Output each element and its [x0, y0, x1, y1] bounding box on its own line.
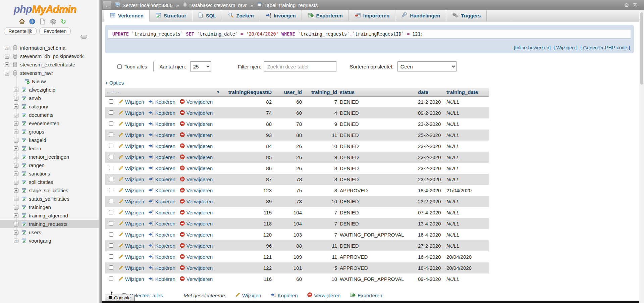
- copy-row-link[interactable]: Kopiëren: [149, 221, 175, 227]
- edit-row-link[interactable]: Wijzigen: [118, 221, 144, 227]
- edit-row-link[interactable]: Wijzigen: [118, 243, 144, 249]
- tree-expander-icon[interactable]: +: [14, 146, 18, 151]
- edit-link[interactable]: [ Wijzigen ]: [554, 45, 578, 50]
- tree-item-stage-sollicitaties[interactable]: +stage_sollicitaties: [0, 186, 99, 195]
- edit-row-link[interactable]: Wijzigen: [118, 154, 144, 160]
- delete-row-link[interactable]: Verwijderen: [180, 265, 213, 271]
- select-all-link[interactable]: Selecteer alles: [130, 293, 163, 298]
- copy-row-link[interactable]: Kopiëren: [149, 188, 175, 194]
- tab-handelingen[interactable]: Handelingen: [395, 10, 446, 21]
- favorite-tables-button[interactable]: Favorieten: [39, 28, 71, 35]
- row-checkbox[interactable]: [109, 177, 113, 181]
- edit-row-link[interactable]: Wijzigen: [118, 143, 144, 149]
- tab-exporteren[interactable]: Exporteren: [302, 10, 349, 21]
- tree-expander-icon[interactable]: +: [14, 188, 18, 193]
- column-header-user_id[interactable]: user_id: [273, 88, 303, 96]
- edit-row-link[interactable]: Wijzigen: [118, 110, 144, 116]
- column-header-status[interactable]: status: [338, 88, 417, 96]
- edit-row-link[interactable]: Wijzigen: [118, 265, 144, 271]
- column-header-training_date[interactable]: training_date: [445, 88, 489, 96]
- tree-item-trainingen[interactable]: +trainingen: [0, 203, 99, 211]
- tree-expander-icon[interactable]: +: [14, 155, 18, 159]
- row-checkbox[interactable]: [109, 199, 113, 203]
- tree-item-training-afgerond[interactable]: +training_afgerond: [0, 211, 99, 220]
- delete-row-link[interactable]: Verwijderen: [180, 199, 213, 205]
- tree-item-documents[interactable]: +documents: [0, 111, 99, 119]
- copy-row-link[interactable]: Kopiëren: [149, 110, 175, 116]
- tree-item-information-schema[interactable]: +information_schema: [0, 44, 99, 52]
- delete-row-link[interactable]: Verwijderen: [180, 276, 213, 282]
- tab-verkennen[interactable]: Verkennen: [104, 10, 150, 21]
- tree-expander-icon[interactable]: +: [14, 180, 18, 185]
- tree-expander-icon[interactable]: +: [14, 205, 18, 210]
- delete-row-link[interactable]: Verwijderen: [180, 221, 213, 227]
- row-checkbox[interactable]: [109, 155, 113, 159]
- tree-item-evenementen[interactable]: +evenementen: [0, 119, 99, 128]
- delete-row-link[interactable]: Verwijderen: [180, 143, 213, 149]
- page-scrollbar[interactable]: [639, 10, 644, 303]
- tree-expander-icon[interactable]: +: [14, 163, 18, 168]
- delete-row-link[interactable]: Verwijderen: [180, 132, 213, 138]
- edit-row-link[interactable]: Wijzigen: [118, 276, 144, 282]
- delete-row-link[interactable]: Verwijderen: [180, 99, 213, 105]
- create-php-code-link[interactable]: [ Genereer PHP-code ]: [581, 45, 630, 50]
- settings-gear-icon[interactable]: [50, 18, 56, 25]
- row-checkbox[interactable]: [109, 166, 113, 170]
- tree-expander-icon[interactable]: +: [14, 96, 18, 101]
- show-all-checkbox[interactable]: [117, 64, 122, 69]
- row-checkbox[interactable]: [109, 265, 113, 270]
- copy-row-link[interactable]: Kopiëren: [149, 154, 175, 160]
- tree-expander-icon[interactable]: +: [14, 121, 18, 126]
- copy-row-link[interactable]: Kopiëren: [149, 143, 175, 149]
- row-checkbox[interactable]: [109, 232, 113, 237]
- edit-row-link[interactable]: Wijzigen: [118, 188, 144, 194]
- breadcrumb-table-link[interactable]: Tabel: training_requests: [264, 2, 318, 8]
- tab-triggers[interactable]: Triggers: [446, 10, 487, 21]
- bulk-exporteren-link[interactable]: Exporteren: [350, 292, 382, 298]
- copy-row-link[interactable]: Kopiëren: [149, 232, 175, 238]
- sort-caret-icon[interactable]: ▼: [216, 90, 221, 94]
- tree-expander-icon[interactable]: -: [5, 71, 9, 75]
- edit-row-link[interactable]: Wijzigen: [118, 210, 144, 216]
- edit-row-link[interactable]: Wijzigen: [118, 176, 144, 183]
- delete-row-link[interactable]: Verwijderen: [180, 176, 213, 183]
- tree-expander-icon[interactable]: +: [14, 213, 18, 218]
- help-icon[interactable]: ?: [29, 18, 36, 25]
- refresh-icon[interactable]: ↻: [60, 18, 67, 25]
- row-checkbox[interactable]: [109, 121, 113, 126]
- delete-row-link[interactable]: Verwijderen: [180, 232, 213, 238]
- copy-row-link[interactable]: Kopiëren: [149, 254, 175, 260]
- tab-structuur[interactable]: Structuur: [150, 10, 193, 21]
- nav-panel-toggle[interactable]: [80, 35, 87, 39]
- copy-row-link[interactable]: Kopiëren: [149, 99, 175, 105]
- tree-expander-icon[interactable]: +: [14, 130, 18, 134]
- copy-row-link[interactable]: Kopiëren: [149, 121, 175, 127]
- row-checkbox[interactable]: [109, 110, 113, 115]
- tab-zoeken[interactable]: Zoeken: [222, 10, 260, 21]
- row-checkbox[interactable]: [109, 210, 113, 214]
- edit-row-link[interactable]: Wijzigen: [118, 232, 144, 238]
- tree-item-nieuw[interactable]: Nieuw: [0, 77, 99, 86]
- scrollbar-thumb[interactable]: [640, 12, 643, 85]
- tree-expander-icon[interactable]: +: [14, 138, 18, 143]
- tree-item-sanctions[interactable]: +sanctions: [0, 169, 99, 178]
- tree-item-groups[interactable]: +groups: [0, 128, 99, 136]
- tree-item-mentor-leerlingen[interactable]: +mentor_leerlingen: [0, 153, 99, 161]
- copy-row-link[interactable]: Kopiëren: [149, 132, 175, 138]
- row-checkbox[interactable]: [109, 276, 113, 281]
- table-search-input[interactable]: [264, 61, 336, 71]
- tree-item-stevensm-excellenttaste[interactable]: +stevensm_excellenttaste: [0, 60, 99, 69]
- console-bar[interactable]: [102, 301, 644, 303]
- home-icon[interactable]: [18, 18, 25, 25]
- bulk-kopiren-link[interactable]: Kopiëren: [271, 292, 298, 298]
- tree-expander-icon[interactable]: +: [14, 88, 18, 92]
- tree-item-status-sollicitaties[interactable]: +status_sollicitaties: [0, 195, 99, 203]
- row-checkbox[interactable]: [109, 133, 113, 137]
- row-checkbox[interactable]: [109, 144, 113, 148]
- tree-expander-icon[interactable]: +: [5, 46, 9, 50]
- delete-row-link[interactable]: Verwijderen: [180, 110, 213, 116]
- copy-row-link[interactable]: Kopiëren: [149, 243, 175, 249]
- console-toggle[interactable]: Console: [105, 295, 135, 301]
- tree-item-kasgeld[interactable]: +kasgeld: [0, 136, 99, 144]
- tree-item-voortgang[interactable]: +voortgang: [0, 237, 99, 245]
